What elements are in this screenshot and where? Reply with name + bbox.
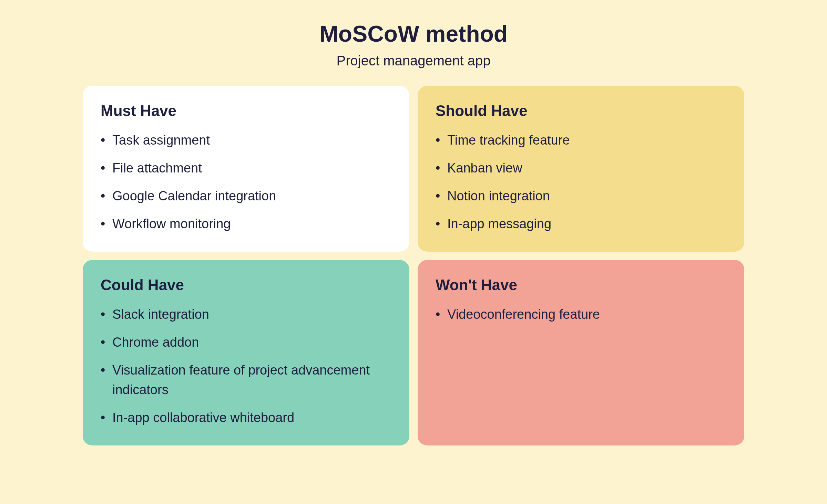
list-item: Slack integration (101, 305, 391, 324)
list-item: Kanban view (436, 158, 726, 178)
list-item: Google Calendar integration (101, 186, 391, 206)
card-title-wont: Won't Have (436, 276, 726, 294)
card-could-have: Could Have Slack integration Chrome addo… (83, 260, 409, 445)
card-must-have: Must Have Task assignment File attachmen… (83, 86, 409, 252)
header: MoSCoW method Project management app (83, 21, 744, 69)
list-item: Task assignment (101, 130, 391, 150)
list-item: Visualization feature of project advance… (101, 360, 391, 400)
card-wont-have: Won't Have Videoconferencing feature (418, 260, 744, 445)
page-subtitle: Project management app (83, 53, 744, 69)
moscow-grid: Must Have Task assignment File attachmen… (83, 86, 744, 445)
card-should-have: Should Have Time tracking feature Kanban… (418, 86, 744, 252)
list-item: Notion integration (436, 186, 726, 206)
list-item: In-app messaging (436, 214, 726, 234)
wont-have-list: Videoconferencing feature (436, 305, 726, 324)
list-item: Videoconferencing feature (436, 305, 726, 324)
list-item: Chrome addon (101, 333, 391, 352)
list-item: In-app collaborative whiteboard (101, 408, 391, 428)
could-have-list: Slack integration Chrome addon Visualiza… (101, 305, 391, 428)
card-title-could: Could Have (101, 276, 391, 294)
card-title-must: Must Have (101, 102, 391, 119)
list-item: Time tracking feature (436, 130, 726, 150)
must-have-list: Task assignment File attachment Google C… (101, 130, 391, 234)
card-title-should: Should Have (436, 102, 726, 119)
page-title: MoSCoW method (83, 21, 744, 47)
list-item: File attachment (101, 158, 391, 178)
should-have-list: Time tracking feature Kanban view Notion… (436, 130, 726, 234)
list-item: Workflow monitoring (101, 214, 391, 234)
